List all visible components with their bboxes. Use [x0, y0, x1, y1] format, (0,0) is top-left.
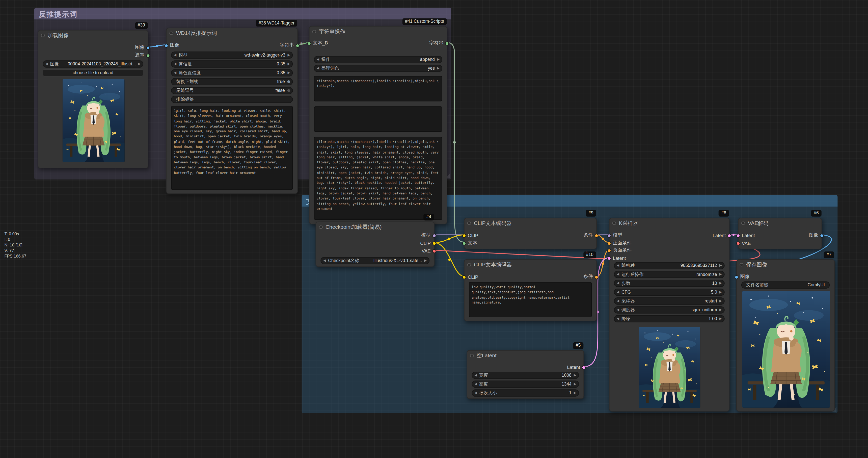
port-dot-icon[interactable]: [432, 233, 436, 237]
collapse-toggle-icon[interactable]: [312, 30, 316, 33]
output-port-model[interactable]: 模型: [422, 233, 436, 238]
collapse-toggle-icon[interactable]: [169, 31, 173, 35]
input-port-positive[interactable]: 正面条件: [607, 240, 632, 246]
widget-height[interactable]: ◀ 高度 1344 ▶: [472, 380, 579, 387]
port-dot-icon[interactable]: [607, 241, 611, 245]
port-dot-icon[interactable]: [735, 275, 738, 279]
port-dot-icon[interactable]: [736, 233, 740, 237]
next-icon[interactable]: ▶: [719, 299, 722, 303]
port-dot-icon[interactable]: [445, 41, 449, 45]
next-icon[interactable]: ▶: [719, 308, 722, 311]
output-port-vae[interactable]: VAE: [422, 249, 436, 254]
node-clip-encode-positive[interactable]: #9 CLIP文本编码器 CLIP 文本 条件: [464, 218, 597, 249]
widget-control-after-generate[interactable]: ◀ 运行后操作 randomize ▶: [614, 271, 725, 278]
widget-cfg[interactable]: ◀ CFG 5.0 ▶: [614, 289, 725, 295]
node-save-image[interactable]: #7 保存图像 图像 文件名前缀 ComfyUI: [736, 259, 835, 411]
node-ksampler[interactable]: #8 K采样器 模型 正面条件 负面条件 Latent Latent ◀ 随机种…: [609, 218, 730, 411]
widget-replace-underscore[interactable]: 替换下划线 true: [171, 78, 293, 85]
port-dot-icon[interactable]: [582, 365, 586, 369]
output-port-string[interactable]: 字符串: [280, 43, 300, 48]
collapse-toggle-icon[interactable]: [612, 221, 616, 225]
toggle-knob-icon[interactable]: [287, 89, 290, 92]
upload-button[interactable]: choose file to upload: [43, 69, 143, 76]
widget-scheduler[interactable]: ◀ 调度器 sgm_uniform ▶: [614, 306, 725, 313]
next-icon[interactable]: ▶: [719, 282, 722, 285]
node-load-image[interactable]: #39 加载图像 图像 遮罩 ◀ 图像 00004-20241103_22024…: [38, 30, 148, 168]
next-icon[interactable]: ▶: [719, 290, 722, 294]
collapse-toggle-icon[interactable]: [741, 221, 745, 225]
port-dot-icon[interactable]: [607, 256, 611, 260]
output-port-latent[interactable]: Latent: [713, 233, 731, 238]
next-icon[interactable]: ▶: [287, 62, 290, 65]
port-dot-icon[interactable]: [594, 233, 598, 237]
port-dot-icon[interactable]: [727, 233, 731, 237]
input-port-latent[interactable]: Latent: [736, 233, 755, 238]
toggle-knob-icon[interactable]: [287, 80, 290, 83]
widget-width[interactable]: ◀ 宽度 1008 ▶: [472, 372, 579, 378]
collapse-toggle-icon[interactable]: [319, 225, 322, 229]
widget-filename-prefix[interactable]: 文件名前缀 ComfyUI: [741, 281, 830, 288]
collapse-toggle-icon[interactable]: [467, 221, 471, 225]
collapse-toggle-icon[interactable]: [740, 263, 743, 266]
prev-icon[interactable]: ◀: [474, 391, 477, 394]
input-port-text[interactable]: 文本: [462, 240, 477, 246]
widget-trailing-comma[interactable]: 尾随逗号 false: [171, 87, 293, 94]
port-dot-icon[interactable]: [594, 275, 598, 279]
node-wd14-tagger[interactable]: #38 WD14-Tagger WD14反推提示词 图像 字符串 ◀ 模型 wd…: [166, 28, 298, 194]
port-dot-icon[interactable]: [146, 46, 150, 50]
prev-icon[interactable]: ◀: [323, 259, 326, 262]
widget-batch-size[interactable]: ◀ 批次大小 1 ▶: [472, 389, 579, 396]
node-vae-decode[interactable]: #6 VAE解码 Latent VAE 图像: [738, 218, 822, 249]
output-port-latent[interactable]: Latent: [567, 365, 586, 370]
node-empty-latent[interactable]: #5 空Latent Latent ◀ 宽度 1008 ▶ ◀ 高度 1344 …: [467, 350, 584, 399]
next-icon[interactable]: ▶: [287, 71, 290, 74]
grid-icon[interactable]: ⊞: [300, 40, 304, 46]
input-port-image[interactable]: 图像: [735, 275, 749, 280]
input-port-vae[interactable]: VAE: [736, 240, 751, 246]
widget-threshold[interactable]: ◀ 置信度 0.35 ▶: [171, 60, 293, 67]
negative-prompt-textarea[interactable]: low quality,worst quality,normal quality…: [469, 282, 592, 317]
prev-icon[interactable]: ◀: [474, 373, 477, 377]
port-dot-icon[interactable]: [462, 241, 466, 245]
input-port-text-b[interactable]: 文本_B: [307, 41, 328, 46]
node-string-operation[interactable]: #41 Custom-Scripts 字符串操作 文本_B 字符串 ◀ 操作 a…: [309, 26, 447, 224]
input-port-clip[interactable]: CLIP: [462, 233, 478, 238]
next-icon[interactable]: ▶: [287, 53, 290, 57]
output-port-clip[interactable]: CLIP: [420, 240, 436, 246]
output-port-conditioning[interactable]: 条件: [583, 275, 598, 280]
widget-character-threshold[interactable]: ◀ 角色置信度 0.85 ▶: [171, 69, 293, 76]
port-dot-icon[interactable]: [462, 233, 466, 237]
prev-icon[interactable]: ◀: [617, 273, 619, 276]
tags-output-textarea[interactable]: 1girl, solo, long hair, looking at viewe…: [171, 106, 293, 190]
port-dot-icon[interactable]: [432, 241, 436, 245]
input-port-image[interactable]: 图像: [164, 43, 179, 48]
widget-action[interactable]: ◀ 操作 append ▶: [314, 56, 442, 63]
port-dot-icon[interactable]: [820, 233, 824, 237]
port-dot-icon[interactable]: [164, 44, 168, 47]
prev-icon[interactable]: ◀: [174, 71, 176, 74]
prev-icon[interactable]: ◀: [45, 62, 48, 65]
input-port-clip[interactable]: CLIP: [462, 275, 478, 280]
next-icon[interactable]: ▶: [574, 373, 576, 377]
prev-icon[interactable]: ◀: [617, 264, 619, 267]
input-port-negative[interactable]: 负面条件: [607, 248, 632, 253]
next-icon[interactable]: ▶: [437, 58, 439, 61]
prev-icon[interactable]: ◀: [617, 282, 619, 285]
widget-exclude-tags[interactable]: 排除标签: [171, 96, 293, 103]
result-textarea[interactable]: ciloranko,maccha \(mochancc\),lobelia \(…: [314, 137, 442, 220]
port-dot-icon[interactable]: [607, 233, 611, 237]
node-checkpoint-loader[interactable]: #4 Checkpoint加载器(简易) 模型 CLIP VAE ◀ Check…: [316, 222, 435, 267]
widget-seed[interactable]: ◀ 随机种 965533695327112 ▶: [614, 262, 725, 269]
output-port-conditioning[interactable]: 条件: [583, 233, 598, 238]
port-dot-icon[interactable]: [736, 241, 740, 245]
prev-icon[interactable]: ◀: [174, 62, 176, 65]
port-dot-icon[interactable]: [607, 249, 611, 252]
port-dot-icon[interactable]: [432, 249, 436, 253]
node-graph-canvas[interactable]: 反推提示词 文生图: [0, 0, 868, 458]
widget-image-filename[interactable]: ◀ 图像 00004-20241103_220245_Illustri... ▶: [43, 60, 143, 67]
port-dot-icon[interactable]: [146, 54, 150, 57]
next-icon[interactable]: ▶: [424, 259, 427, 262]
prev-icon[interactable]: ◀: [617, 290, 619, 294]
prev-icon[interactable]: ◀: [317, 58, 319, 61]
prev-icon[interactable]: ◀: [174, 53, 176, 57]
